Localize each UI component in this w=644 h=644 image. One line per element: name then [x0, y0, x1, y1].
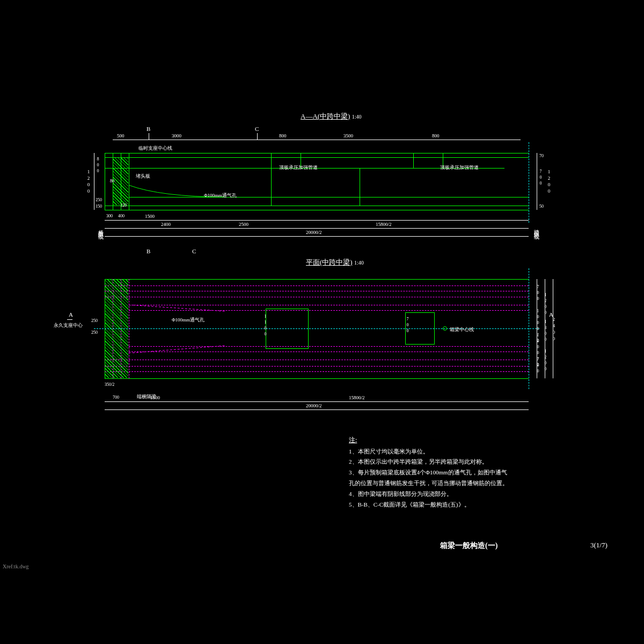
- dim-400: 400: [118, 214, 125, 218]
- section-a-title: A—A(中跨中梁) 1:40: [301, 112, 361, 121]
- dim-800b: 800: [432, 133, 440, 138]
- vent-label: Φ100mm通气孔: [204, 192, 237, 199]
- slab2-label: 顶板承压加强管道: [440, 164, 479, 171]
- sheet-number: 3(1/7): [590, 541, 608, 550]
- dim-top-line: [113, 140, 521, 140]
- end-block-label: 堵头板: [136, 173, 150, 180]
- section-b-line: [149, 133, 149, 140]
- dim-700b2: 700: [536, 357, 540, 375]
- dim-800a: 800: [279, 133, 287, 138]
- section-b-bot: B: [147, 248, 150, 254]
- section-b-top: B: [147, 126, 150, 132]
- dim-1500b: 1500: [150, 395, 160, 400]
- dim-1200: 1200: [86, 169, 91, 195]
- dim-20000: 20000/2: [306, 230, 322, 235]
- beam-cl-label: 箱梁中心线: [450, 326, 474, 333]
- dim-1200b2: 1200: [543, 349, 548, 372]
- dim-700: 700: [538, 169, 543, 187]
- xref-label: Xref:tk.dwg: [3, 564, 29, 569]
- dim-20000b: 20000/2: [306, 403, 322, 408]
- svg-line-0: [129, 305, 225, 311]
- dim-80: 80: [110, 179, 114, 184]
- pier-cl-label: 桥墩中心线: [97, 225, 104, 231]
- note-5: 5、B-B、C-C截面详见《箱梁一般构造(五)》。: [349, 500, 617, 510]
- vdim-left: [94, 153, 94, 210]
- dim-800c: 800: [96, 157, 100, 174]
- section-a-view: [105, 153, 529, 212]
- note-3: 3、每片预制箱梁底板设置4个Φ100mm的通气孔，如图中通气: [349, 467, 617, 478]
- note-2: 2、本图仅示出中跨半跨箱梁，另半跨箱梁与此对称。: [349, 457, 617, 467]
- dim-700b: 700: [536, 284, 540, 302]
- dim-bot2: [105, 228, 529, 229]
- dim-1100: 1100: [263, 314, 268, 338]
- dim-3500: 3500: [343, 133, 353, 138]
- dim-15800: 15800/2: [376, 222, 392, 227]
- dim-50: 50: [539, 204, 544, 209]
- section-c-bot: C: [192, 248, 196, 254]
- note-1: 1、本图尺寸均以毫米为单位。: [349, 447, 617, 457]
- a-tick-l: [67, 319, 72, 320]
- perm-bearing-label: 永久支座中心: [54, 322, 83, 329]
- dim-300: 300: [106, 214, 113, 218]
- dim-500: 500: [117, 133, 125, 138]
- dim-3000: 3000: [172, 133, 181, 138]
- dim-70: 70: [539, 153, 544, 158]
- dim-2500: 2500: [239, 222, 248, 227]
- vdim-right: [537, 153, 537, 210]
- note-4: 4、图中梁端有阴影线部分为现浇部分。: [349, 489, 617, 500]
- dim-120: 120: [120, 203, 127, 208]
- dim-250: 250: [96, 197, 102, 202]
- slab1-label: 顶板承压加强管道: [279, 164, 318, 171]
- dim-2400b: 2400: [551, 317, 557, 342]
- section-c-top: C: [255, 126, 259, 132]
- plan-bot1: [105, 401, 529, 402]
- svg-line-1: [129, 346, 225, 353]
- vent2-label: Φ100mm通气孔: [172, 317, 204, 324]
- dim-2400: 2400: [161, 222, 171, 227]
- dim-15800b: 15800/2: [349, 395, 365, 400]
- drawing-title: 箱梁一般构造(一): [440, 541, 497, 551]
- dim-1200r: 1200: [546, 169, 552, 195]
- note-3b: 孔的位置与普通钢筋发生干扰，可适当挪动普通钢筋的位置。: [349, 478, 617, 489]
- dim-bot1: [105, 220, 529, 221]
- section-a-left: A: [69, 311, 73, 318]
- dim-700c: 700: [405, 317, 410, 334]
- dim-250b: 250: [91, 318, 98, 323]
- dim-700a: 700: [113, 395, 119, 400]
- dim-bot3: [105, 236, 529, 237]
- section-c-line: [257, 133, 258, 140]
- dim-150: 150: [96, 204, 102, 209]
- dim-350: 350/2: [105, 382, 114, 387]
- span-cl-label: 跨径中心线: [532, 225, 540, 231]
- bearing-cl-label: 临时支座中心线: [138, 145, 172, 152]
- notes-title: 注:: [349, 435, 617, 447]
- dim-1200b: 1200: [543, 292, 548, 316]
- plan-bot2: [105, 409, 529, 410]
- notes-block: 注: 1、本图尺寸均以毫米为单位。 2、本图仅示出中跨半跨箱梁，另半跨箱梁与此对…: [349, 435, 617, 510]
- dim-1500a: 1500: [145, 214, 155, 219]
- dim-250c: 250: [91, 330, 98, 335]
- dim-1300: 1300: [543, 319, 548, 343]
- plan-title: 平面(中跨中梁) 1:40: [306, 258, 364, 267]
